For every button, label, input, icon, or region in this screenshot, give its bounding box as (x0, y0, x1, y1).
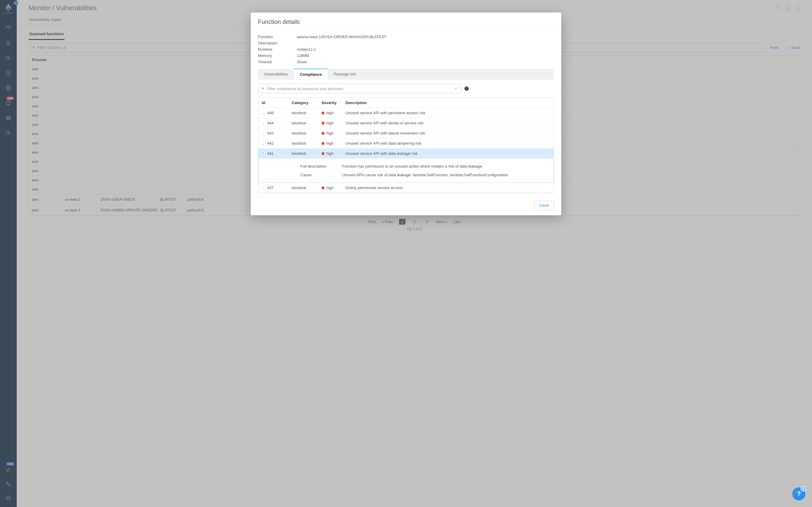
help-count-badge: 6 (801, 486, 806, 492)
function-details-modal: Function details Functionaws/us-east-1/D… (251, 12, 561, 215)
detail-key: Memory (258, 53, 297, 58)
detail-value: nodejs12.x (297, 47, 554, 52)
close-button[interactable]: Close (534, 201, 554, 210)
compliance-row[interactable]: ⌄443twistlockhighUnused service API with… (258, 128, 554, 138)
compliance-row[interactable]: ⌄442twistlockhighUnused service API with… (258, 138, 554, 149)
filter-icon (261, 87, 264, 90)
compliance-table: Id Category Severity Description ⌄446twi… (258, 98, 554, 193)
detail-value: 30sec (297, 60, 554, 64)
col-id[interactable]: Id (262, 101, 292, 105)
modal-title: Function details (251, 12, 561, 30)
detail-value: aws/us-east-1/DVSA-ORDER-MANAGER:$LATEST (297, 35, 554, 39)
filter-help-icon[interactable]: ? (464, 87, 469, 91)
modal-tabs: Vulnerabilities Compliance Package info (258, 69, 554, 79)
col-category[interactable]: Category (292, 101, 321, 105)
compliance-filter-placeholder: Filter compliance by keywords and attrib… (267, 87, 344, 91)
compliance-row[interactable]: ⌄437twistlockhighOverly permissive servi… (258, 183, 554, 193)
tab-vulnerabilities[interactable]: Vulnerabilities (258, 69, 294, 79)
detail-key: Timeout (258, 60, 297, 64)
tab-package-info[interactable]: Package info (328, 69, 362, 79)
col-severity[interactable]: Severity (321, 101, 345, 105)
detail-value: 128MB (297, 53, 554, 58)
detail-key: Function (258, 35, 297, 39)
modal-overlay[interactable]: Function details Functionaws/us-east-1/D… (0, 0, 812, 507)
compliance-filter-input[interactable]: Filter compliance by keywords and attrib… (258, 84, 461, 93)
detail-value (297, 41, 554, 45)
help-chat-bubble[interactable]: 6 ? (792, 487, 805, 500)
compliance-row[interactable]: ⌃441twistlockhighUnused service API with… (258, 149, 554, 159)
compliance-row[interactable]: ⌄444twistlockhighUnused service API with… (258, 118, 554, 128)
col-description[interactable]: Description (345, 101, 550, 105)
detail-key: Description (258, 41, 297, 45)
detail-key: Runtime (258, 47, 297, 52)
compliance-expanded: Full descriptionFunction has permission … (258, 159, 554, 183)
compliance-row[interactable]: ⌄446twistlockhighUnused service API with… (258, 108, 554, 118)
function-meta: Functionaws/us-east-1/DVSA-ORDER-MANAGER… (251, 31, 561, 69)
clear-filter-icon[interactable]: ✕ (454, 86, 458, 91)
tab-compliance[interactable]: Compliance (294, 69, 328, 79)
